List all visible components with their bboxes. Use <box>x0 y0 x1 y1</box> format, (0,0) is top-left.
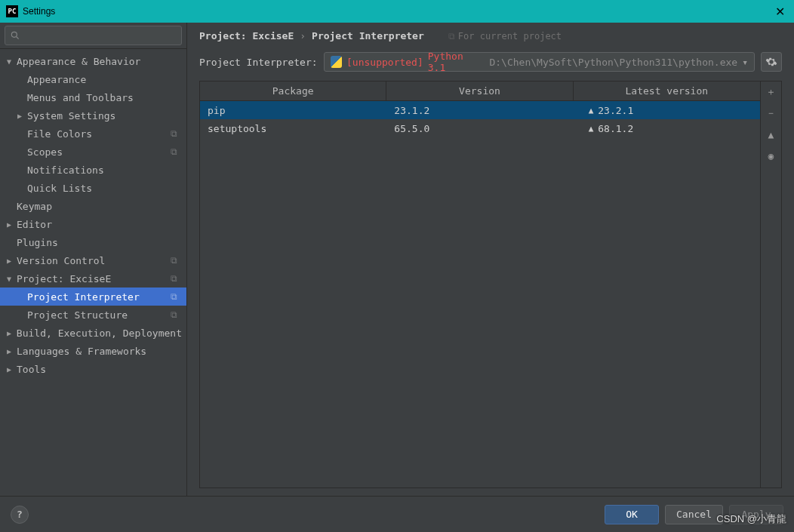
help-button[interactable]: ? <box>11 506 29 524</box>
sidebar-item-label: Appearance <box>26 74 86 85</box>
search-icon <box>10 30 20 41</box>
copy-icon: ⧉ <box>171 255 182 266</box>
chevron-icon: ▶ <box>14 112 26 120</box>
ok-button[interactable]: OK <box>605 505 659 524</box>
sidebar-item-label: Notifications <box>26 165 104 176</box>
breadcrumb-page: Project Interpreter <box>312 30 424 42</box>
sidebar-item-label: File Colors <box>26 128 92 140</box>
sidebar-item-project-structure[interactable]: Project Structure⧉ <box>0 306 186 324</box>
breadcrumb-project: Project: ExciseE <box>199 30 294 42</box>
chevron-icon: ▶ <box>3 220 15 229</box>
sidebar-item-scopes[interactable]: Scopes⧉ <box>0 143 186 161</box>
table-row[interactable]: setuptools65.5.0▲68.1.2 <box>200 119 760 137</box>
svg-point-0 <box>11 32 17 37</box>
breadcrumb-sep: › <box>300 30 306 42</box>
table-row[interactable]: pip23.1.2▲23.2.1 <box>200 101 760 119</box>
interpreter-path: D:\Chen\MySoft\Python\Python311\python.e… <box>489 57 737 68</box>
sidebar-item-label: Editor <box>15 219 52 230</box>
sidebar-item-tools[interactable]: ▶Tools <box>0 360 186 378</box>
cell-latest: ▲23.2.1 <box>574 105 760 116</box>
sidebar-item-label: Keymap <box>15 201 52 212</box>
sidebar-item-label: Appearance & Behavior <box>15 56 140 67</box>
dialog-footer: ? OK Cancel Apply <box>0 496 794 532</box>
sidebar-item-label: Tools <box>15 364 46 375</box>
copy-icon: ⧉ <box>171 146 182 157</box>
copy-icon: ⧉ <box>171 128 182 139</box>
sidebar-item-appearance-behavior[interactable]: ▼Appearance & Behavior <box>0 52 186 70</box>
sidebar-item-editor[interactable]: ▶Editor <box>0 215 186 233</box>
window-title: Settings <box>23 6 55 17</box>
sidebar-item-quick-lists[interactable]: Quick Lists <box>0 179 186 197</box>
chevron-icon: ▶ <box>3 257 15 265</box>
cell-version: 65.5.0 <box>386 123 573 134</box>
interpreter-label: Project Interpreter: <box>199 57 318 68</box>
chevron-icon: ▶ <box>3 365 15 374</box>
breadcrumb-hint: For current project <box>458 31 562 42</box>
sidebar-item-notifications[interactable]: Notifications <box>0 161 186 179</box>
col-latest[interactable]: Latest version <box>574 81 760 100</box>
sidebar-item-label: Project Interpreter <box>26 291 140 303</box>
sidebar-item-label: Plugins <box>15 237 58 248</box>
sidebar-item-languages-frameworks[interactable]: ▶Languages & Frameworks <box>0 342 186 360</box>
titlebar: PC Settings ✕ <box>0 0 794 23</box>
sidebar-item-label: Quick Lists <box>26 183 92 194</box>
sidebar-item-label: Build, Execution, Deployment <box>15 328 182 339</box>
svg-line-1 <box>17 37 19 39</box>
cell-package: pip <box>200 105 386 116</box>
sidebar-item-build-execution-deployment[interactable]: ▶Build, Execution, Deployment <box>0 324 186 342</box>
cell-version: 23.1.2 <box>386 105 573 116</box>
remove-package-button[interactable]: － <box>764 106 779 121</box>
settings-tree: ▼Appearance & BehaviorAppearanceMenus an… <box>0 49 186 496</box>
package-actions: ＋ － ▲ ◉ <box>760 81 781 487</box>
copy-icon: ⧉ <box>171 273 182 284</box>
cancel-button[interactable]: Cancel <box>665 505 723 524</box>
copy-icon: ⧉ <box>171 291 182 302</box>
chevron-icon: ▶ <box>3 347 15 355</box>
interpreter-select[interactable]: [unsupported] Python 3.1 D:\Chen\MySoft\… <box>324 52 755 72</box>
copy-icon: ⧉ <box>448 31 455 42</box>
breadcrumb: Project: ExciseE › Project Interpreter ⧉… <box>187 23 794 48</box>
search-input[interactable] <box>5 26 182 45</box>
interpreter-version: Python 3.1 <box>428 51 485 73</box>
chevron-down-icon: ▾ <box>742 57 748 68</box>
chevron-icon: ▼ <box>3 275 15 283</box>
interpreter-unsupported: [unsupported] <box>346 57 423 68</box>
chevron-icon: ▼ <box>3 57 15 66</box>
sidebar-item-plugins[interactable]: Plugins <box>0 233 186 251</box>
sidebar-item-label: Scopes <box>26 146 63 158</box>
sidebar-item-appearance[interactable]: Appearance <box>0 70 186 88</box>
sidebar-item-label: Version Control <box>15 255 105 266</box>
upgrade-available-icon: ▲ <box>589 124 594 134</box>
upgrade-available-icon: ▲ <box>589 106 594 115</box>
cell-package: setuptools <box>200 123 386 134</box>
interpreter-settings-button[interactable] <box>761 52 782 72</box>
sidebar-item-label: Project: ExciseE <box>15 273 111 284</box>
gear-icon <box>765 56 777 68</box>
package-table: Package Version Latest version pip23.1.2… <box>200 81 760 487</box>
sidebar-item-system-settings[interactable]: ▶System Settings <box>0 106 186 125</box>
sidebar-item-file-colors[interactable]: File Colors⧉ <box>0 125 186 143</box>
chevron-icon: ▶ <box>3 329 15 337</box>
app-icon: PC <box>6 5 18 17</box>
sidebar-item-label: Menus and Toolbars <box>26 92 134 103</box>
copy-icon: ⧉ <box>171 309 182 320</box>
sidebar-item-label: Languages & Frameworks <box>15 346 146 357</box>
upgrade-package-button[interactable]: ▲ <box>764 127 779 142</box>
python-icon <box>331 56 342 68</box>
apply-button[interactable]: Apply <box>729 505 783 524</box>
sidebar-item-keymap[interactable]: Keymap <box>0 197 186 215</box>
sidebar-item-label: System Settings <box>26 110 115 121</box>
sidebar-item-project-interpreter[interactable]: Project Interpreter⧉ <box>0 288 186 306</box>
sidebar-item-menus-and-toolbars[interactable]: Menus and Toolbars <box>0 88 186 106</box>
show-early-releases-button[interactable]: ◉ <box>764 148 779 163</box>
sidebar: ▼Appearance & BehaviorAppearanceMenus an… <box>0 23 187 496</box>
col-package[interactable]: Package <box>200 81 386 100</box>
sidebar-item-project-excisee[interactable]: ▼Project: ExciseE⧉ <box>0 269 186 288</box>
sidebar-item-label: Project Structure <box>26 309 128 321</box>
col-version[interactable]: Version <box>386 81 573 100</box>
cell-latest: ▲68.1.2 <box>574 123 760 134</box>
add-package-button[interactable]: ＋ <box>764 85 779 100</box>
close-icon[interactable]: ✕ <box>772 5 788 19</box>
sidebar-item-version-control[interactable]: ▶Version Control⧉ <box>0 251 186 269</box>
